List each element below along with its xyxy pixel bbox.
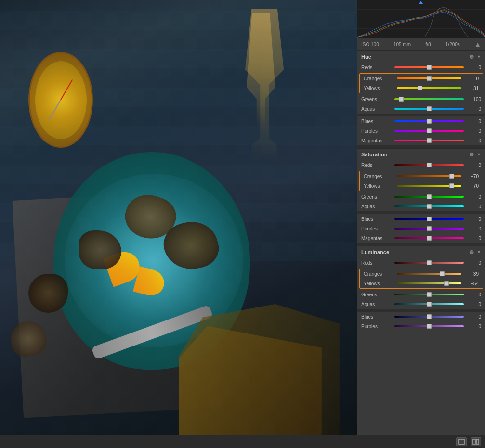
lum-blues-track-bg	[394, 316, 464, 318]
lum-collapse-btn[interactable]: ▼	[477, 250, 481, 255]
hue-blues-thumb[interactable]	[427, 119, 432, 124]
sat-yellows-label: Yellows	[364, 183, 395, 189]
panel-collapse[interactable]: ▲	[474, 40, 481, 48]
iso-value: ISO 100	[361, 42, 379, 47]
sat-blues-track[interactable]	[394, 215, 464, 223]
hue-label: Hue	[361, 54, 371, 60]
lum-reds-track[interactable]	[394, 259, 464, 267]
hue-purples-thumb[interactable]	[427, 128, 432, 133]
sat-purples-track[interactable]	[394, 225, 464, 232]
sat-greens-thumb[interactable]	[427, 194, 432, 199]
lum-purples-thumb[interactable]	[427, 324, 432, 329]
sat-purples-label: Purples	[361, 226, 393, 231]
view-single-btn[interactable]	[456, 437, 467, 446]
lum-target-icon[interactable]: ⊕	[469, 249, 474, 256]
lum-reds-thumb[interactable]	[427, 260, 432, 265]
hue-magentas-track[interactable]	[394, 137, 464, 144]
sat-magentas-row: Magentas 0	[357, 233, 485, 243]
sat-aquas-track[interactable]	[394, 203, 464, 210]
hue-aquas-track[interactable]	[394, 105, 464, 113]
hue-reds-value: 0	[466, 65, 481, 70]
hue-aquas-thumb[interactable]	[427, 106, 432, 111]
hue-magentas-thumb[interactable]	[427, 138, 432, 143]
hue-greens-thumb[interactable]	[399, 97, 404, 102]
sat-oranges-track[interactable]	[397, 172, 461, 180]
compass-needle	[49, 79, 73, 120]
sat-yellows-track[interactable]	[397, 182, 461, 190]
sat-collapse-btn[interactable]: ▼	[477, 152, 481, 157]
hue-purples-label: Purples	[361, 128, 393, 134]
lum-greens-thumb[interactable]	[427, 292, 432, 297]
hue-greens-value: -100	[466, 97, 481, 102]
lum-aquas-row: Aquas 0	[357, 299, 485, 309]
lum-aquas-track[interactable]	[394, 300, 464, 308]
hue-yellows-thumb[interactable]	[418, 86, 422, 90]
svg-rect-5	[459, 439, 464, 444]
sat-blues-label: Blues	[361, 217, 393, 222]
sat-purples-row: Purples 0	[357, 224, 485, 233]
sat-oranges-track-bg	[397, 175, 461, 177]
lum-blues-thumb[interactable]	[427, 314, 432, 319]
hue-purples-track[interactable]	[394, 127, 464, 135]
svg-rect-6	[473, 439, 475, 444]
sat-reds-row: Reds 0	[357, 160, 485, 170]
hue-greens-label: Greens	[361, 97, 393, 102]
luminance-label: Luminance	[361, 249, 389, 255]
lum-highlight-group: Oranges +39 Yellows +54	[359, 269, 483, 289]
hue-oranges-row: Oranges 0	[360, 74, 483, 83]
sat-aquas-row: Aquas 0	[357, 202, 485, 211]
sat-greens-track-bg	[394, 196, 464, 198]
sat-blues-thumb[interactable]	[427, 217, 432, 221]
sat-magentas-thumb[interactable]	[427, 236, 432, 241]
hue-oranges-thumb[interactable]	[427, 76, 432, 81]
lum-oranges-track[interactable]	[397, 270, 461, 278]
sat-aquas-value: 0	[466, 204, 481, 209]
hue-yellows-row: Yellows -31	[360, 83, 483, 93]
saturation-section-header[interactable]: Saturation ⊕ ▼	[357, 148, 485, 160]
exif-bar: ISO 100 105 mm f/8 1/200s ▲	[357, 38, 485, 51]
lum-blues-value: 0	[466, 314, 481, 320]
saturation-label: Saturation	[361, 152, 387, 157]
hue-target-icon[interactable]: ⊕	[469, 53, 474, 60]
hue-aquas-row: Aquas 0	[357, 104, 485, 114]
sat-reds-thumb[interactable]	[427, 163, 432, 167]
hue-reds-label: Reds	[361, 65, 393, 70]
sat-reds-track[interactable]	[394, 161, 464, 169]
lum-greens-track[interactable]	[394, 291, 464, 298]
hue-aquas-label: Aquas	[361, 106, 393, 112]
lum-yellows-thumb[interactable]	[444, 281, 449, 286]
hue-oranges-track[interactable]	[397, 75, 461, 82]
hue-magentas-row: Magentas 0	[357, 136, 485, 145]
hue-greens-track[interactable]	[394, 95, 464, 103]
sat-purples-thumb[interactable]	[427, 226, 432, 231]
sat-purples-value: 0	[466, 226, 481, 231]
sat-reds-track-bg	[394, 164, 464, 166]
svg-rect-7	[476, 439, 479, 444]
lum-blues-track[interactable]	[394, 313, 464, 320]
lum-aquas-track-bg	[394, 303, 464, 305]
hue-section-header[interactable]: Hue ⊕ ▼	[357, 51, 485, 63]
lum-oranges-value: +39	[463, 271, 479, 277]
sat-magentas-track[interactable]	[394, 234, 464, 242]
hue-blues-track[interactable]	[394, 117, 464, 125]
hue-collapse-btn[interactable]: ▼	[477, 54, 481, 59]
hue-purples-row: Purples 0	[357, 126, 485, 136]
sat-aquas-thumb[interactable]	[427, 204, 432, 209]
hue-reds-thumb[interactable]	[427, 65, 432, 70]
sat-target-icon[interactable]: ⊕	[469, 151, 474, 158]
hue-reds-track[interactable]	[394, 64, 464, 71]
lum-aquas-thumb[interactable]	[427, 302, 432, 307]
lum-oranges-thumb[interactable]	[440, 271, 445, 276]
sat-oranges-thumb[interactable]	[449, 174, 454, 179]
hue-aquas-value: 0	[466, 106, 481, 112]
lum-yellows-track[interactable]	[397, 280, 461, 287]
hue-yellows-track[interactable]	[397, 84, 461, 92]
aperture-value: f/8	[425, 42, 431, 47]
luminance-section-header[interactable]: Luminance ⊕ ▼	[357, 246, 485, 258]
sat-greens-track[interactable]	[394, 193, 464, 201]
sat-yellows-thumb[interactable]	[449, 183, 454, 188]
view-compare-btn[interactable]	[471, 437, 481, 446]
lum-purples-track[interactable]	[394, 322, 464, 330]
sat-purples-track-bg	[394, 228, 464, 230]
sat-blues-row: Blues 0	[357, 214, 485, 224]
